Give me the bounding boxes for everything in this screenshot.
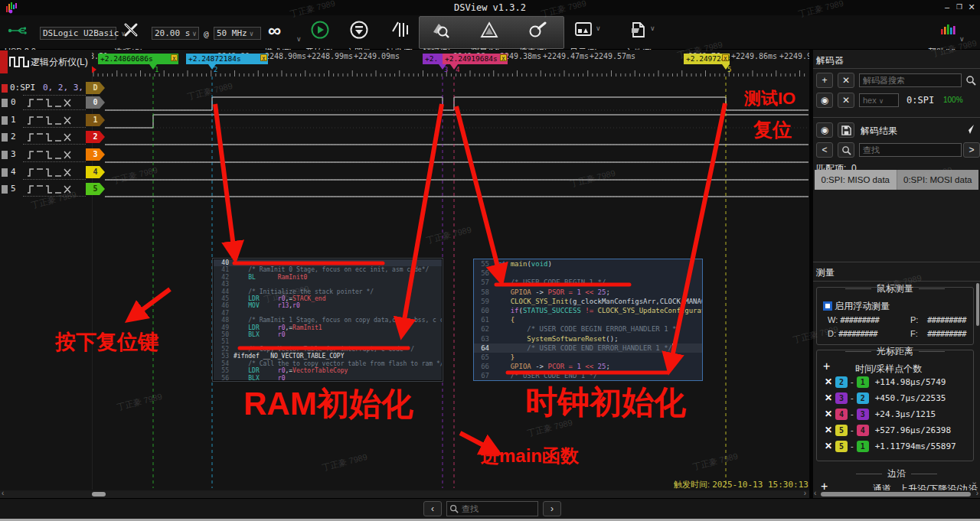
channel-row-2[interactable]: 22 xyxy=(0,129,107,146)
search-tool-icon[interactable] xyxy=(528,21,547,38)
delete-measure-icon[interactable]: ✕ xyxy=(825,392,835,403)
panel-scroll-left-icon[interactable]: ‹ xyxy=(814,489,816,497)
channel-row-3[interactable]: 33 xyxy=(0,147,107,164)
minimize-button[interactable]: – xyxy=(942,2,952,13)
duration-select[interactable]: 20.00 s∨ xyxy=(152,27,199,40)
float-measure-row[interactable]: 启用浮动测量 xyxy=(823,300,890,313)
prev-match-button[interactable]: < xyxy=(816,142,833,158)
channel-tag-4[interactable]: 4 xyxy=(86,166,105,178)
row-underline xyxy=(23,127,86,128)
edge-selector-icons[interactable] xyxy=(28,184,72,194)
channel-row-0[interactable]: 00 xyxy=(0,95,107,112)
code-line-65: 65 } xyxy=(474,353,702,362)
next-match-button[interactable]: > xyxy=(963,142,980,158)
jump-to-result-icon[interactable] xyxy=(963,123,975,135)
cursor-flag-4[interactable]: +2.24919684sx xyxy=(443,54,508,64)
waveform-horizontal-scrollbar[interactable]: ‹ › xyxy=(0,490,809,498)
decoder-color-square xyxy=(2,84,8,93)
mouse-measure-row: W: #########P:######### xyxy=(828,315,970,325)
mode-infinity-icon[interactable]: ∞ xyxy=(268,20,281,41)
help-icon[interactable] xyxy=(939,23,956,35)
channel-row-4[interactable]: 44 xyxy=(0,164,107,181)
edge-selector-icons[interactable] xyxy=(28,116,72,125)
wrench-options-icon[interactable] xyxy=(122,21,139,38)
logic-analyzer-header: 逻辑分析仪(L) xyxy=(0,50,92,77)
cursor-flag-2[interactable]: +2.24872184sx xyxy=(186,54,268,64)
edge-selector-icons[interactable] xyxy=(28,98,72,108)
format-select[interactable]: hex ∨ xyxy=(859,93,899,107)
panel-vertical-scrollbar[interactable] xyxy=(976,283,979,326)
display-icon[interactable] xyxy=(574,21,593,38)
results-find-input[interactable] xyxy=(859,143,962,157)
tab-miso-data[interactable]: 0:SPI: MISO data xyxy=(815,170,897,190)
scroll-left-icon[interactable]: ‹ xyxy=(2,489,4,497)
remove-decoder-button[interactable]: ✕ xyxy=(838,73,854,88)
decoder-instance-label[interactable]: 0:SPI xyxy=(906,95,934,106)
samplerate-select[interactable]: 50 MHz∨ xyxy=(214,27,261,40)
cursor-close-icon[interactable]: x xyxy=(722,54,729,61)
search-prev-button[interactable]: ‹ xyxy=(423,501,442,516)
find-match-icon[interactable] xyxy=(838,142,854,158)
decoder-search-input[interactable] xyxy=(859,73,962,87)
edge-selector-icons[interactable] xyxy=(28,150,72,160)
code-line-44: 44 /* Initialize the stack pointer */ xyxy=(214,288,442,295)
channel-tag-2[interactable]: 2 xyxy=(86,131,105,143)
save-results-button[interactable] xyxy=(838,122,854,138)
add-cursor-pair-button[interactable]: + xyxy=(823,360,830,373)
cursor-close-icon[interactable]: x xyxy=(171,54,178,61)
cursor-distance-row: ✕2-1+114.98μs/5749 xyxy=(825,376,975,392)
close-button[interactable]: ✕ xyxy=(966,2,977,13)
cursor-close-icon[interactable]: x xyxy=(500,54,507,61)
waveform-scroll-thumb[interactable] xyxy=(92,492,106,497)
delete-measure-icon[interactable]: ✕ xyxy=(825,409,835,419)
dsview-window: DSView v1.3.2 – ❐ ✕ USB 2.0 DSLogic U2Ba… xyxy=(0,0,980,521)
channel-row-1[interactable]: 11 xyxy=(0,112,107,129)
measure-icon[interactable] xyxy=(480,21,498,38)
mode-caret-icon[interactable]: ∨ xyxy=(296,35,302,43)
file-icon[interactable] xyxy=(630,21,647,39)
code-line-59: 59 CLOCK_SYS_Init(g_clockManConfigsArr,C… xyxy=(474,297,702,306)
float-measure-checkbox[interactable] xyxy=(823,301,832,311)
channel-number: 4 xyxy=(11,167,16,177)
panel-horizontal-scrollbar[interactable]: ‹ › xyxy=(813,490,980,498)
decoder-options-icon[interactable]: ◉ xyxy=(816,93,833,108)
tab-mosi-data[interactable]: 0:SPI: MOSI data xyxy=(897,170,979,190)
channel-row-5[interactable]: 55 xyxy=(0,181,107,198)
start-play-icon[interactable] xyxy=(311,21,329,39)
scroll-down-caret-icon[interactable]: ⌄ xyxy=(971,477,978,487)
cursor-distance-header: 时间/采样点个数 xyxy=(855,363,922,376)
code-line-49: 49 LDR r0,=RamInit1 xyxy=(214,324,442,331)
search-next-button[interactable]: › xyxy=(543,501,561,516)
cursor-flag-5[interactable]: +2.2497248sx xyxy=(684,54,730,64)
panel-scroll-right-icon[interactable]: › xyxy=(976,489,978,497)
display-caret-icon[interactable]: ∨ xyxy=(596,24,601,32)
delete-measure-icon[interactable]: ✕ xyxy=(825,376,835,387)
device-select[interactable]: DSLogic U2Basic∨ xyxy=(40,27,116,40)
results-options-icon[interactable]: ◉ xyxy=(816,122,833,138)
edge-selector-icons[interactable] xyxy=(28,132,72,142)
file-caret-icon[interactable]: ∨ xyxy=(650,24,655,32)
channel-tag-0[interactable]: 0 xyxy=(86,96,105,109)
cursor-close-icon[interactable]: x xyxy=(260,54,267,61)
cursor-flag-1[interactable]: +2.24860686sx xyxy=(98,54,178,64)
bottom-search-input[interactable] xyxy=(446,501,538,516)
channel-tag-1[interactable]: 1 xyxy=(86,114,105,126)
edge-selector-icons[interactable] xyxy=(28,168,72,177)
at-sign: @ xyxy=(204,29,209,39)
channel-color-square xyxy=(2,151,8,159)
cursor-distance-row: ✕5-4+527.96μs/26398 xyxy=(825,425,975,440)
decoder-tag[interactable]: D xyxy=(86,82,105,94)
delete-measure-icon[interactable]: ✕ xyxy=(825,425,835,435)
delete-spi-decoder-button[interactable]: ✕ xyxy=(838,93,854,108)
add-decoder-button[interactable]: + xyxy=(816,73,833,88)
delete-measure-icon[interactable]: ✕ xyxy=(825,441,835,451)
decoder-search-icon[interactable] xyxy=(965,75,976,86)
channel-tag-3[interactable]: 3 xyxy=(86,148,105,161)
decode-icon[interactable] xyxy=(431,21,449,38)
panel-scroll-thumb[interactable] xyxy=(821,492,971,497)
instant-icon[interactable] xyxy=(350,21,368,39)
channel-tag-5[interactable]: 5 xyxy=(86,183,105,195)
help-caret-icon[interactable]: ∨ xyxy=(959,35,965,43)
trigger-icon[interactable] xyxy=(390,21,410,39)
restore-button[interactable]: ❐ xyxy=(954,2,965,13)
